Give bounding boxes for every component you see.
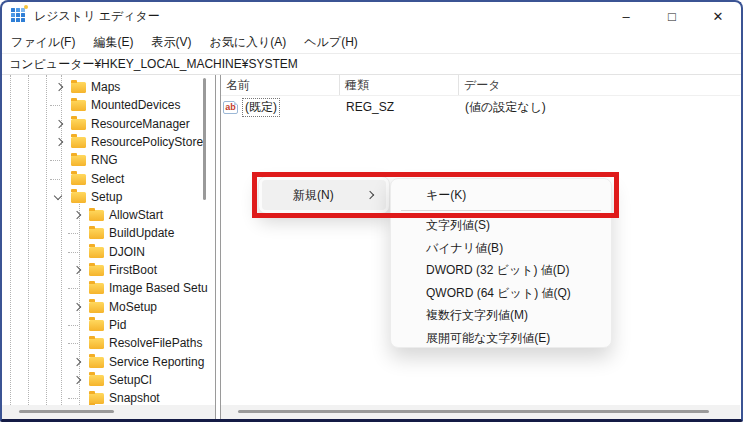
tree-item-label[interactable]: ResourceManager <box>91 117 190 131</box>
maximize-button[interactable]: □ <box>649 0 695 32</box>
folder-icon <box>89 247 104 258</box>
folder-icon <box>89 357 104 368</box>
folder-icon <box>71 82 86 93</box>
tree-item-label[interactable]: MoSetup <box>109 300 157 314</box>
tree-item[interactable]: ResolveFilePaths <box>2 334 215 352</box>
menu-item-help[interactable]: ヘルプ(H) <box>295 34 367 51</box>
tree-horizontal-scrollbar[interactable] <box>2 405 215 419</box>
window-body: レジストリ エディター – □ ✕ ファイル(F) 編集(E) 表示(V) お気… <box>0 0 743 422</box>
tree-item-label[interactable]: Service Reporting <box>109 355 204 369</box>
registry-editor-window: レジストリ エディター – □ ✕ ファイル(F) 編集(E) 表示(V) お気… <box>0 0 743 422</box>
folder-icon <box>71 155 86 166</box>
submenu-item[interactable]: 展開可能な文字列値(E) <box>391 327 611 349</box>
tree-item[interactable]: Image Based Setu <box>2 279 215 297</box>
window-controls: – □ ✕ <box>603 0 741 32</box>
close-button[interactable]: ✕ <box>695 0 741 32</box>
tree-connector <box>50 179 60 180</box>
chevron-right-icon[interactable] <box>73 302 81 310</box>
tree-connector <box>68 252 78 253</box>
tree-connector <box>68 288 78 289</box>
tree-item[interactable]: Maps <box>2 78 215 96</box>
tree-vertical-scrollbar-thumb[interactable] <box>203 78 206 200</box>
folder-icon <box>71 192 86 203</box>
annotation-highlight <box>252 172 619 218</box>
folder-icon <box>71 100 86 111</box>
list-header: 名前 種類 データ <box>221 75 740 96</box>
tree-connector <box>68 398 78 399</box>
value-data: (値の設定なし) <box>459 99 740 116</box>
chevron-right-icon[interactable] <box>55 83 63 91</box>
submenu-item[interactable]: 複数行文字列値(M) <box>391 304 611 327</box>
menu-item-view[interactable]: 表示(V) <box>142 34 200 51</box>
menu-item-file[interactable]: ファイル(F) <box>2 34 84 51</box>
tree-connector <box>68 343 78 344</box>
panel-divider[interactable] <box>215 75 221 419</box>
tree-item-label[interactable]: Image Based Setu <box>109 281 208 295</box>
value-name[interactable]: (既定) <box>242 98 280 117</box>
tree-item-label[interactable]: SetupCl <box>109 373 152 387</box>
list-horizontal-scrollbar[interactable] <box>221 405 740 419</box>
column-header-name[interactable]: 名前 <box>221 75 340 95</box>
tree-connector <box>68 325 78 326</box>
tree-item[interactable]: Pid <box>2 316 215 334</box>
tree-item-label[interactable]: AllowStart <box>109 208 163 222</box>
tree-item[interactable]: RNG <box>2 151 215 169</box>
folder-icon <box>71 137 86 148</box>
chevron-right-icon[interactable] <box>73 211 81 219</box>
folder-icon <box>89 302 104 313</box>
tree-panel[interactable]: MapsMountedDevicesResourceManagerResourc… <box>2 75 215 407</box>
minimize-button[interactable]: – <box>603 0 649 32</box>
string-value-icon: ab <box>223 101 238 114</box>
title-bar[interactable]: レジストリ エディター – □ ✕ <box>0 0 743 32</box>
value-type: REG_SZ <box>340 100 459 114</box>
tree-item[interactable]: DJOIN <box>2 243 215 261</box>
tree-connector <box>68 233 78 234</box>
chevron-right-icon[interactable] <box>55 138 63 146</box>
address-bar[interactable]: コンピューター¥HKEY_LOCAL_MACHINE¥SYSTEM <box>2 53 741 75</box>
chevron-right-icon[interactable] <box>55 119 63 127</box>
tree-item-label[interactable]: ResourcePolicyStore <box>91 135 203 149</box>
tree-item-label[interactable]: DJOIN <box>109 245 145 259</box>
chevron-down-icon[interactable] <box>54 192 62 200</box>
tree-item[interactable]: SetupCl <box>2 371 215 389</box>
tree-item-label[interactable]: Maps <box>91 80 120 94</box>
chevron-right-icon[interactable] <box>73 357 81 365</box>
tree-item[interactable]: ResourceManager <box>2 115 215 133</box>
tree-item[interactable]: FirstBoot <box>2 261 215 279</box>
tree-item[interactable]: BuildUpdate <box>2 224 215 242</box>
tree-item-label[interactable]: FirstBoot <box>109 263 157 277</box>
list-horizontal-scrollbar-thumb[interactable] <box>238 410 709 413</box>
registry-value-row[interactable]: ab (既定) REG_SZ (値の設定なし) <box>221 97 740 117</box>
tree-connector <box>50 160 60 161</box>
tree-horizontal-scrollbar-thumb[interactable] <box>19 410 114 413</box>
tree-item-label[interactable]: MountedDevices <box>91 98 180 112</box>
column-header-data[interactable]: データ <box>459 75 740 95</box>
tree-item[interactable]: AllowStart <box>2 206 215 224</box>
tree-item-label[interactable]: BuildUpdate <box>109 226 174 240</box>
tree-item[interactable]: Select <box>2 170 215 188</box>
registry-path[interactable]: コンピューター¥HKEY_LOCAL_MACHINE¥SYSTEM <box>2 56 298 73</box>
tree-item[interactable]: MountedDevices <box>2 96 215 114</box>
tree-item-label[interactable]: RNG <box>91 153 118 167</box>
folder-icon <box>89 228 104 239</box>
chevron-right-icon[interactable] <box>73 266 81 274</box>
chevron-right-icon[interactable] <box>73 376 81 384</box>
folder-icon <box>89 210 104 221</box>
menu-bar: ファイル(F) 編集(E) 表示(V) お気に入り(A) ヘルプ(H) <box>2 32 741 53</box>
window-title: レジストリ エディター <box>34 8 160 25</box>
column-header-type[interactable]: 種類 <box>340 75 459 95</box>
tree-item[interactable]: ResourcePolicyStore <box>2 133 215 151</box>
submenu-item[interactable]: QWORD (64 ビット) 値(Q) <box>391 282 611 305</box>
tree-item[interactable]: MoSetup <box>2 298 215 316</box>
folder-icon <box>89 265 104 276</box>
menu-item-edit[interactable]: 編集(E) <box>84 34 142 51</box>
tree-item[interactable]: Setup <box>2 188 215 206</box>
tree-item-label[interactable]: Select <box>91 172 124 186</box>
menu-item-favorites[interactable]: お気に入り(A) <box>200 34 295 51</box>
submenu-item[interactable]: DWORD (32 ビット) 値(D) <box>391 259 611 282</box>
tree-item-label[interactable]: Setup <box>91 190 122 204</box>
tree-item[interactable]: Service Reporting <box>2 353 215 371</box>
tree-item-label[interactable]: ResolveFilePaths <box>109 336 202 350</box>
tree-item-label[interactable]: Pid <box>109 318 126 332</box>
submenu-item[interactable]: バイナリ値(B) <box>391 237 611 260</box>
